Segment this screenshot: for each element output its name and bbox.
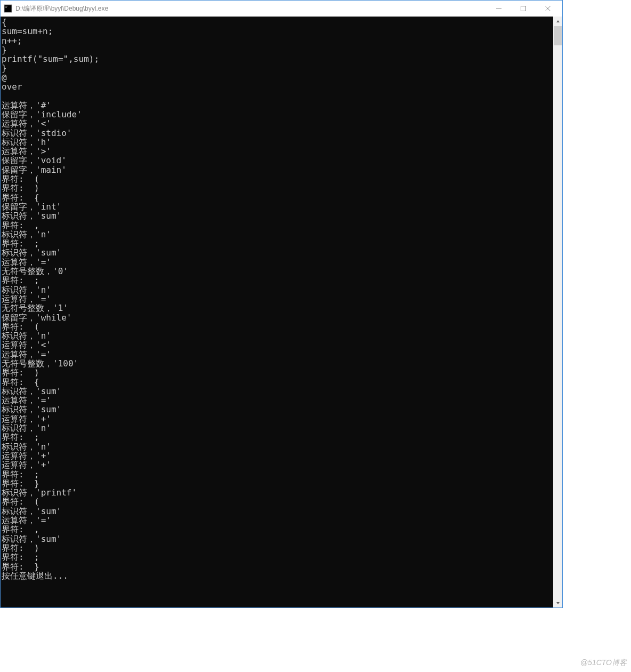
svg-rect-4 — [521, 6, 526, 11]
svg-rect-2 — [5, 7, 7, 7]
scrollbar-thumb[interactable] — [554, 26, 562, 45]
titlebar[interactable]: D:\编译原理\byyl\Debug\byyl.exe — [1, 1, 562, 17]
console-output[interactable]: { sum=sum+n; n++; } printf("sum=",sum); … — [1, 17, 553, 607]
minimize-button[interactable] — [487, 1, 511, 17]
watermark: @51CTO博客 — [580, 658, 627, 668]
svg-marker-7 — [556, 20, 560, 22]
console-area: { sum=sum+n; n++; } printf("sum=",sum); … — [1, 17, 562, 607]
close-button[interactable] — [536, 1, 560, 17]
svg-rect-1 — [5, 6, 7, 6]
scrollbar-track[interactable] — [553, 17, 562, 607]
console-window: D:\编译原理\byyl\Debug\byyl.exe { sum=sum+n;… — [0, 0, 563, 608]
window-controls — [487, 1, 560, 17]
scroll-down-arrow[interactable] — [553, 598, 562, 607]
svg-marker-8 — [556, 602, 560, 604]
scroll-up-arrow[interactable] — [553, 17, 562, 26]
maximize-button[interactable] — [511, 1, 536, 17]
app-icon — [4, 4, 12, 13]
window-title: D:\编译原理\byyl\Debug\byyl.exe — [15, 4, 487, 13]
